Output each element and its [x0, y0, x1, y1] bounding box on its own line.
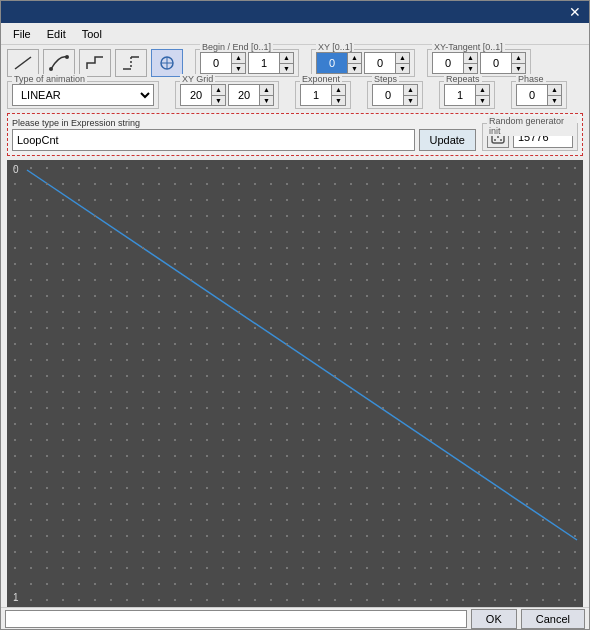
- xy-y-down[interactable]: ▼: [396, 64, 409, 74]
- xyt-y-input[interactable]: [481, 53, 511, 73]
- svg-point-1: [49, 67, 53, 71]
- expression-label: Please type in Expression string: [12, 118, 476, 128]
- xyt-x-down[interactable]: ▼: [464, 64, 477, 74]
- begin-end-group: Begin / End [0..1] ▲ ▼ ▲ ▼: [195, 49, 299, 77]
- menu-tool[interactable]: Tool: [74, 26, 110, 42]
- xy-label: XY [0..1]: [316, 42, 354, 52]
- begin-end-label: Begin / End [0..1]: [200, 42, 273, 52]
- toolbar-row3: Please type in Expression string Update …: [7, 113, 583, 156]
- end-down[interactable]: ▼: [280, 64, 293, 74]
- xy-x-up[interactable]: ▲: [348, 53, 361, 64]
- phase-input[interactable]: [517, 85, 547, 105]
- repeats-down[interactable]: ▼: [476, 96, 489, 106]
- toolbar-area: Begin / End [0..1] ▲ ▼ ▲ ▼: [1, 45, 589, 160]
- grid-y-down[interactable]: ▼: [260, 96, 273, 106]
- begin-down[interactable]: ▼: [232, 64, 245, 74]
- repeats-input[interactable]: [445, 85, 475, 105]
- random-gen-group: Random generator init: [482, 123, 578, 151]
- grid-x-up[interactable]: ▲: [212, 85, 225, 96]
- animation-type-group: Type of animation LINEAR EASE_IN EASE_OU…: [7, 81, 159, 109]
- animation-type-select[interactable]: LINEAR EASE_IN EASE_OUT EASE_IN_OUT: [13, 85, 153, 105]
- status-bar: OK Cancel: [1, 607, 589, 629]
- steps-up[interactable]: ▲: [404, 85, 417, 96]
- exponent-group: Exponent ▲ ▼: [295, 81, 351, 109]
- ok-button[interactable]: OK: [471, 609, 517, 629]
- menu-edit[interactable]: Edit: [39, 26, 74, 42]
- phase-up[interactable]: ▲: [548, 85, 561, 96]
- repeats-label: Repeats: [444, 74, 482, 84]
- expression-input[interactable]: [12, 129, 415, 151]
- grid-y-spinbox[interactable]: ▲ ▼: [228, 84, 274, 106]
- toolbar-row2: Type of animation LINEAR EASE_IN EASE_OU…: [7, 81, 583, 109]
- curve-icon-4[interactable]: [115, 49, 147, 77]
- xyt-x-spinbox[interactable]: ▲ ▼: [432, 52, 478, 74]
- expression-group: Please type in Expression string Update: [12, 118, 476, 151]
- begin-up[interactable]: ▲: [232, 53, 245, 64]
- xy-x-spinbox[interactable]: ▲ ▼: [316, 52, 362, 74]
- graph-canvas[interactable]: [7, 160, 583, 607]
- phase-group: Phase ▲ ▼: [511, 81, 567, 109]
- repeats-group: Repeats ▲ ▼: [439, 81, 495, 109]
- grid-x-down[interactable]: ▼: [212, 96, 225, 106]
- exponent-down[interactable]: ▼: [332, 96, 345, 106]
- xy-tangent-group: XY-Tangent [0..1] ▲ ▼ ▲ ▼: [427, 49, 531, 77]
- end-input[interactable]: [249, 53, 279, 73]
- animation-type-label: Type of animation: [12, 74, 87, 84]
- close-button[interactable]: ✕: [567, 5, 583, 19]
- graph-area[interactable]: 0 1: [7, 160, 583, 607]
- end-spinbox[interactable]: ▲ ▼: [248, 52, 294, 74]
- exponent-label: Exponent: [300, 74, 342, 84]
- begin-input[interactable]: [201, 53, 231, 73]
- phase-label: Phase: [516, 74, 546, 84]
- steps-spinbox[interactable]: ▲ ▼: [372, 84, 418, 106]
- phase-down[interactable]: ▼: [548, 96, 561, 106]
- animation-type-select-wrap[interactable]: LINEAR EASE_IN EASE_OUT EASE_IN_OUT: [12, 84, 154, 106]
- graph-top-label: 0: [13, 164, 19, 175]
- grid-x-spinbox[interactable]: ▲ ▼: [180, 84, 226, 106]
- xy-x-input[interactable]: [317, 53, 347, 73]
- grid-x-input[interactable]: [181, 85, 211, 105]
- xy-tangent-label: XY-Tangent [0..1]: [432, 42, 505, 52]
- graph-bottom-label: 1: [13, 592, 19, 603]
- curve-icon-3[interactable]: [79, 49, 111, 77]
- xy-y-input[interactable]: [365, 53, 395, 73]
- end-up[interactable]: ▲: [280, 53, 293, 64]
- repeats-up[interactable]: ▲: [476, 85, 489, 96]
- phase-spinbox[interactable]: ▲ ▼: [516, 84, 562, 106]
- curve-icon-2[interactable]: [43, 49, 75, 77]
- begin-spinbox[interactable]: ▲ ▼: [200, 52, 246, 74]
- xyt-y-up[interactable]: ▲: [512, 53, 525, 64]
- cancel-button[interactable]: Cancel: [521, 609, 585, 629]
- svg-line-0: [15, 57, 31, 69]
- exponent-spinbox[interactable]: ▲ ▼: [300, 84, 346, 106]
- steps-label: Steps: [372, 74, 399, 84]
- exponent-up[interactable]: ▲: [332, 85, 345, 96]
- xy-x-down[interactable]: ▼: [348, 64, 361, 74]
- xyt-x-up[interactable]: ▲: [464, 53, 477, 64]
- update-button[interactable]: Update: [419, 129, 476, 151]
- xy-y-spinbox[interactable]: ▲ ▼: [364, 52, 410, 74]
- svg-point-13: [494, 139, 496, 141]
- svg-point-14: [500, 139, 502, 141]
- steps-down[interactable]: ▼: [404, 96, 417, 106]
- xyt-y-spinbox[interactable]: ▲ ▼: [480, 52, 526, 74]
- status-text: [5, 610, 467, 628]
- svg-point-2: [65, 55, 69, 59]
- exponent-input[interactable]: [301, 85, 331, 105]
- grid-y-input[interactable]: [229, 85, 259, 105]
- main-window: ✕ File Edit Tool: [0, 0, 590, 630]
- grid-y-up[interactable]: ▲: [260, 85, 273, 96]
- svg-line-15: [27, 170, 577, 540]
- repeats-spinbox[interactable]: ▲ ▼: [444, 84, 490, 106]
- svg-point-12: [497, 136, 499, 138]
- xy-group: XY [0..1] ▲ ▼ ▲ ▼: [311, 49, 415, 77]
- xyt-x-input[interactable]: [433, 53, 463, 73]
- curve-icon-1[interactable]: [7, 49, 39, 77]
- xy-grid-group: XY Grid ▲ ▼ ▲ ▼: [175, 81, 279, 109]
- curve-icon-5[interactable]: [151, 49, 183, 77]
- menu-file[interactable]: File: [5, 26, 39, 42]
- xy-y-up[interactable]: ▲: [396, 53, 409, 64]
- xyt-y-down[interactable]: ▼: [512, 64, 525, 74]
- steps-group: Steps ▲ ▼: [367, 81, 423, 109]
- steps-input[interactable]: [373, 85, 403, 105]
